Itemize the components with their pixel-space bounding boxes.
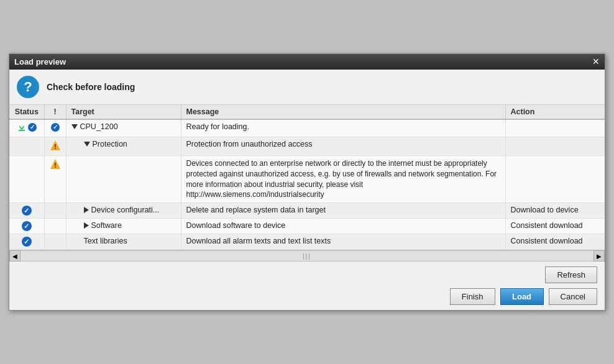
target-cell: CPU_1200 bbox=[66, 119, 181, 137]
collapse-arrow-icon bbox=[84, 222, 89, 229]
table-row: ✓ Device configurati... Delete and repla… bbox=[9, 203, 605, 219]
scroll-right-button[interactable]: ▶ bbox=[593, 250, 605, 262]
download-status-icon: ✓ bbox=[17, 122, 37, 132]
finish-button[interactable]: Finish bbox=[450, 288, 495, 305]
target-text: Software bbox=[91, 221, 122, 230]
svg-text:!: ! bbox=[54, 143, 56, 150]
expand-arrow-icon bbox=[71, 124, 78, 129]
exclamation-cell bbox=[44, 234, 66, 250]
button-row: Finish Load Cancel bbox=[17, 288, 597, 305]
message-cell: Devices connected to an enterprise netwo… bbox=[181, 155, 505, 202]
close-button[interactable]: ✕ bbox=[592, 57, 600, 66]
check-blue-icon: ✓ bbox=[51, 123, 60, 132]
horizontal-scrollbar[interactable]: ◀ ||| ▶ bbox=[9, 250, 605, 262]
load-preview-dialog: Load preview ✕ ? Check before loading St… bbox=[9, 53, 605, 311]
target-cell bbox=[66, 155, 181, 202]
bottom-bar: Refresh Finish Load Cancel bbox=[9, 262, 605, 310]
status-cell: ✓ bbox=[9, 234, 44, 250]
check-blue-icon: ✓ bbox=[28, 123, 37, 132]
check-blue-icon: ✓ bbox=[22, 237, 32, 247]
target-text: Device configurati... bbox=[91, 206, 160, 214]
action-cell: Consistent download bbox=[505, 219, 605, 234]
action-cell bbox=[505, 137, 605, 155]
message-cell: Delete and replace system data in target bbox=[181, 203, 505, 219]
message-cell: Ready for loading. bbox=[181, 119, 505, 137]
action-cell bbox=[505, 119, 605, 137]
action-cell: Consistent download bbox=[505, 234, 605, 250]
warning-icon: ! bbox=[50, 163, 61, 171]
message-cell: Protection from unauthorized access bbox=[181, 137, 505, 155]
exclamation-cell: ! bbox=[44, 137, 66, 155]
header-text: Check before loading bbox=[47, 82, 135, 92]
svg-marker-0 bbox=[19, 123, 24, 130]
col-header-exclamation: ! bbox=[44, 105, 66, 119]
expand-arrow-icon bbox=[84, 142, 90, 147]
refresh-button[interactable]: Refresh bbox=[545, 266, 597, 283]
table-row: ✓ ✓ CPU_1200 Ready for loading. bbox=[9, 119, 605, 137]
table-container: Status ! Target Message Action bbox=[9, 105, 605, 250]
load-button[interactable]: Load bbox=[500, 288, 544, 305]
warning-icon: ! bbox=[50, 140, 61, 151]
col-header-message: Message bbox=[181, 105, 505, 119]
status-cell: ✓ bbox=[9, 119, 44, 137]
target-cell: Text libraries bbox=[66, 234, 181, 250]
preview-table: Status ! Target Message Action bbox=[9, 105, 605, 250]
status-cell: ✓ bbox=[9, 203, 44, 219]
target-text: CPU_1200 bbox=[80, 122, 118, 131]
check-blue-icon: ✓ bbox=[22, 206, 32, 216]
col-header-target: Target bbox=[66, 105, 181, 119]
target-cell: Device configurati... bbox=[66, 203, 181, 219]
col-header-status: Status bbox=[9, 105, 44, 119]
table-row: ! Protection Protection from unauthorize… bbox=[9, 137, 605, 155]
scroll-left-button[interactable]: ◀ bbox=[9, 250, 21, 262]
dialog-header: ? Check before loading bbox=[9, 70, 605, 105]
status-cell bbox=[9, 137, 44, 155]
check-blue-icon: ✓ bbox=[22, 221, 32, 231]
exclamation-cell bbox=[44, 219, 66, 234]
message-cell: Download all alarm texts and text list t… bbox=[181, 234, 505, 250]
exclamation-cell bbox=[44, 203, 66, 219]
table-row: ! Devices connected to an enterprise net… bbox=[9, 155, 605, 202]
table-row: ✓ Text libraries Download all alarm text… bbox=[9, 234, 605, 250]
collapse-arrow-icon bbox=[84, 207, 89, 213]
exclamation-cell: ! bbox=[44, 155, 66, 202]
refresh-row: Refresh bbox=[17, 266, 597, 283]
cancel-button[interactable]: Cancel bbox=[549, 288, 597, 305]
question-icon: ? bbox=[17, 76, 39, 98]
col-header-action: Action bbox=[505, 105, 605, 119]
target-cell: Software bbox=[66, 219, 181, 234]
title-bar: Load preview ✕ bbox=[9, 54, 605, 70]
svg-rect-1 bbox=[19, 130, 25, 131]
scroll-track: ||| bbox=[21, 251, 593, 261]
action-cell: Download to device bbox=[505, 203, 605, 219]
dialog-title: Load preview bbox=[14, 57, 66, 66]
table-header-row: Status ! Target Message Action bbox=[9, 105, 605, 119]
status-cell bbox=[9, 155, 44, 202]
exclamation-cell: ✓ bbox=[44, 119, 66, 137]
svg-text:!: ! bbox=[54, 162, 56, 169]
target-text: Text libraries bbox=[84, 237, 127, 245]
message-cell: Download software to device bbox=[181, 219, 505, 234]
status-cell: ✓ bbox=[9, 219, 44, 234]
scroll-dots: ||| bbox=[21, 253, 593, 260]
target-cell: Protection bbox=[66, 137, 181, 155]
target-text: Protection bbox=[93, 140, 127, 148]
action-cell bbox=[505, 155, 605, 202]
table-row: ✓ Software Download software to device C… bbox=[9, 219, 605, 234]
